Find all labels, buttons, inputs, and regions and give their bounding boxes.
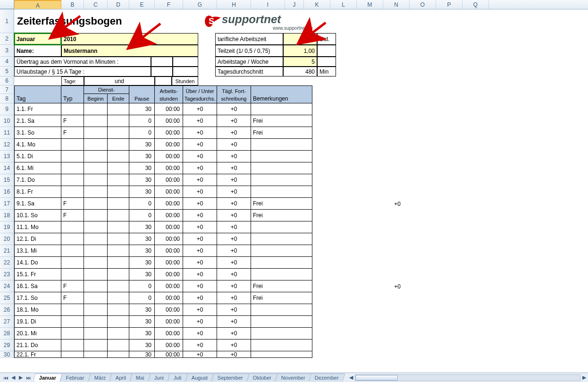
cell-ende[interactable] (108, 340, 129, 351)
sheet-tab-februar[interactable]: Februar (60, 374, 91, 382)
cell-ueberunter[interactable]: +0 (183, 269, 217, 280)
sheet-tab-november[interactable]: November (275, 374, 311, 382)
cell-beginn[interactable] (84, 316, 108, 328)
row-header[interactable]: 27 (0, 316, 14, 328)
cell-ueberunter[interactable]: +0 (183, 221, 217, 233)
cell-typ[interactable]: F (61, 127, 84, 139)
cell-taeglfort[interactable]: +0 (217, 328, 251, 340)
cell-taeglfort[interactable]: +0 (217, 340, 251, 351)
cell-ende[interactable] (108, 269, 129, 280)
cell-ende[interactable] (108, 233, 129, 245)
cell-pause[interactable]: 30 (129, 351, 155, 358)
cell-arbeitsstunden[interactable]: 00:00 (155, 245, 183, 257)
cell-arbeitsstunden[interactable]: 00:00 (155, 186, 183, 198)
cell-ueberunter[interactable]: +0 (183, 115, 217, 127)
cell-extra[interactable] (384, 340, 411, 351)
cell-beginn[interactable] (84, 186, 108, 198)
cell-ende[interactable] (108, 174, 129, 186)
cell-taeglfort[interactable]: +0 (217, 127, 251, 139)
cell-beginn[interactable] (84, 328, 108, 340)
row-header[interactable]: 13 (0, 151, 14, 162)
cell-bem[interactable] (251, 351, 312, 358)
cell-beginn[interactable] (84, 233, 108, 245)
cell-taeglfort[interactable]: +0 (217, 316, 251, 328)
row-header[interactable]: 23 (0, 269, 14, 280)
cell-pause[interactable]: 30 (129, 328, 155, 340)
cell-ende[interactable] (108, 186, 129, 198)
cell-ueberunter[interactable]: +0 (183, 351, 217, 358)
row-header[interactable]: 18 (0, 210, 14, 221)
cell-beginn[interactable] (84, 139, 108, 151)
row-header[interactable]: 12 (0, 139, 14, 151)
cell-typ[interactable] (61, 174, 84, 186)
row-header[interactable]: 20 (0, 233, 14, 245)
cell-arbeitsstunden[interactable]: 00:00 (155, 292, 183, 304)
cell-beginn[interactable] (84, 162, 108, 174)
cell-beginn[interactable] (84, 304, 108, 316)
column-header-H[interactable]: H (217, 0, 251, 9)
cell-bem[interactable] (251, 304, 312, 316)
cell-ueberunter[interactable]: +0 (183, 139, 217, 151)
column-header-B[interactable]: B (61, 0, 84, 9)
cell-extra[interactable] (384, 328, 411, 340)
row-header[interactable]: 16 (0, 186, 14, 198)
cell-arbeitsstunden[interactable]: 00:00 (155, 316, 183, 328)
cell-taeglfort[interactable]: +0 (217, 221, 251, 233)
cell-typ[interactable] (61, 304, 84, 316)
cell-tag[interactable]: 15.1. Fr (14, 269, 61, 280)
cell-beginn[interactable] (84, 340, 108, 351)
cell-extra[interactable] (384, 304, 411, 316)
cell-bem[interactable] (251, 139, 312, 151)
cell-taeglfort[interactable]: +0 (217, 245, 251, 257)
cell-bem[interactable] (251, 257, 312, 269)
cell-typ[interactable] (61, 186, 84, 198)
cell-arbeitsstunden[interactable]: 00:00 (155, 127, 183, 139)
cell-pause[interactable]: 30 (129, 221, 155, 233)
cell-ueberunter[interactable]: +0 (183, 316, 217, 328)
cell-arbeitsstunden[interactable]: 00:00 (155, 351, 183, 358)
cell-bem[interactable]: Frei (251, 280, 312, 292)
cell-pause[interactable]: 30 (129, 174, 155, 186)
cell-typ[interactable] (61, 233, 84, 245)
cell-taeglfort[interactable]: +0 (217, 210, 251, 221)
cell-beginn[interactable] (84, 115, 108, 127)
cell-extra[interactable] (384, 103, 411, 115)
cell-ueberunter[interactable]: +0 (183, 127, 217, 139)
cell-pause[interactable]: 0 (129, 210, 155, 221)
column-header-Q[interactable]: Q (462, 0, 489, 9)
cell-bem[interactable] (251, 151, 312, 162)
sheet-tab-august[interactable]: August (185, 374, 214, 382)
sheet-tab-juni[interactable]: Juni (148, 374, 170, 382)
cell-extra[interactable] (384, 127, 411, 139)
cell-ueberunter[interactable]: +0 (183, 292, 217, 304)
cell-tag[interactable]: 3.1. So (14, 127, 61, 139)
cell-ende[interactable] (108, 245, 129, 257)
tab-nav-prev-icon[interactable]: ◀ (9, 374, 17, 382)
cell-typ[interactable] (61, 103, 84, 115)
cell-extra[interactable] (384, 292, 411, 304)
cell-taeglfort[interactable]: +0 (217, 351, 251, 358)
cell-arbeitsstunden[interactable]: 00:00 (155, 340, 183, 351)
row-header[interactable]: 21 (0, 245, 14, 257)
cell-extra[interactable] (384, 221, 411, 233)
cell-arbeitsstunden[interactable]: 00:00 (155, 103, 183, 115)
cell-ueberunter[interactable]: +0 (183, 210, 217, 221)
cell-typ[interactable] (61, 162, 84, 174)
cell-typ[interactable]: F (61, 198, 84, 210)
cell-beginn[interactable] (84, 103, 108, 115)
column-header-J[interactable]: J (285, 0, 304, 9)
cell-typ[interactable] (61, 340, 84, 351)
column-header-E[interactable]: E (129, 0, 155, 9)
cell-beginn[interactable] (84, 221, 108, 233)
cell-ende[interactable] (108, 127, 129, 139)
row-header[interactable]: 15 (0, 174, 14, 186)
cell-extra[interactable] (384, 245, 411, 257)
cell-bem[interactable]: Frei (251, 127, 312, 139)
cell-ende[interactable] (108, 257, 129, 269)
cell-arbeitsstunden[interactable]: 00:00 (155, 280, 183, 292)
cell-ende[interactable] (108, 198, 129, 210)
cell-tag[interactable]: 13.1. Mi (14, 245, 61, 257)
cell-extra[interactable] (384, 233, 411, 245)
cell-ueberunter[interactable]: +0 (183, 245, 217, 257)
cell-typ[interactable] (61, 351, 84, 358)
